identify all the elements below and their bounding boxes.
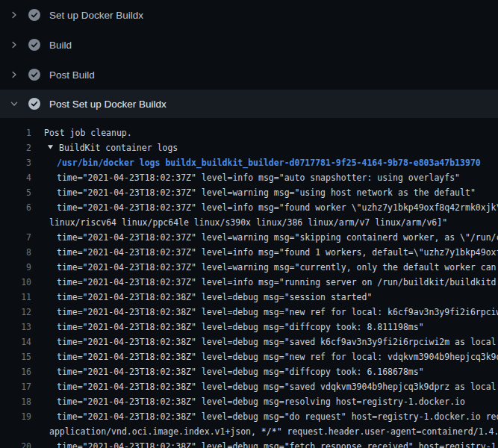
log-line: 20 time="2021-04-23T18:02:38Z" level=deb… xyxy=(0,439,498,448)
log-line-text: time="2021-04-23T18:02:37Z" level=info m… xyxy=(57,247,498,258)
log-line-text: time="2021-04-23T18:02:38Z" level=debug … xyxy=(57,352,498,362)
log-line: linux/riscv64 linux/ppc64le linux/s390x … xyxy=(0,215,498,230)
step-title: Post Build xyxy=(49,69,95,81)
chevron-right-icon xyxy=(9,69,19,80)
step-title: Set up Docker Buildx xyxy=(49,10,143,21)
log-line: 6 time="2021-04-23T18:02:37Z" level=info… xyxy=(0,200,498,215)
log-line-number[interactable]: 17 xyxy=(0,382,31,392)
log-line-text: time="2021-04-23T18:02:37Z" level=warnin… xyxy=(57,232,498,243)
log-line-text: time="2021-04-23T18:02:38Z" level=debug … xyxy=(57,322,424,332)
step-section-header[interactable]: Post Set up Docker Buildx xyxy=(0,90,498,118)
step-section-header[interactable]: Set up Docker Buildx xyxy=(0,0,498,30)
log-line-number[interactable]: 4 xyxy=(0,172,31,183)
log-line-text: time="2021-04-23T18:02:38Z" level=debug … xyxy=(57,411,498,422)
log-line: 19 time="2021-04-23T18:02:38Z" level=deb… xyxy=(0,409,498,424)
log-line-number[interactable]: 10 xyxy=(0,277,31,287)
chevron-right-icon xyxy=(9,40,19,50)
log-line-number[interactable]: 3 xyxy=(0,158,31,168)
log-line-number[interactable]: 20 xyxy=(0,441,31,448)
log-line-text: BuildKit container logs xyxy=(47,143,178,153)
log-line-number[interactable]: 7 xyxy=(0,232,31,243)
log-line: 17 time="2021-04-23T18:02:38Z" level=deb… xyxy=(0,379,498,394)
log-line: 10 time="2021-04-23T18:02:37Z" level=inf… xyxy=(0,275,498,290)
chevron-down-icon xyxy=(9,99,19,109)
chevron-right-icon xyxy=(9,10,19,20)
step-title: Post Set up Docker Buildx xyxy=(49,99,166,110)
log-line-number[interactable]: 18 xyxy=(0,396,31,407)
log-line-number[interactable]: 16 xyxy=(0,367,31,377)
log-line: 18 time="2021-04-23T18:02:38Z" level=deb… xyxy=(0,394,498,409)
log-line-number[interactable]: 15 xyxy=(0,352,31,362)
log-line-text: time="2021-04-23T18:02:38Z" level=debug … xyxy=(57,396,465,407)
log-line: 13 time="2021-04-23T18:02:38Z" level=deb… xyxy=(0,320,498,335)
log-viewer: 1 Post job cleanup. 2 BuildKit container… xyxy=(0,118,498,448)
steps-list: Set up Docker Buildx Build Post Build Po… xyxy=(0,0,498,118)
log-line-number[interactable]: 2 xyxy=(0,143,31,153)
log-line-number[interactable]: 1 xyxy=(0,128,31,138)
log-line: 16 time="2021-04-23T18:02:38Z" level=deb… xyxy=(0,364,498,379)
log-command-text: /usr/bin/docker logs buildx_buildkit_bui… xyxy=(57,158,481,168)
check-circle-icon xyxy=(28,39,40,51)
log-line-text: time="2021-04-23T18:02:37Z" level=warnin… xyxy=(57,262,498,273)
log-line-text: application/vnd.oci.image.index.v1+json,… xyxy=(49,426,498,437)
group-collapse-triangle-icon[interactable] xyxy=(47,143,54,153)
log-line-text: time="2021-04-23T18:02:37Z" level=info m… xyxy=(57,277,498,287)
log-line-number[interactable]: 13 xyxy=(0,322,31,332)
log-line-text: linux/riscv64 linux/ppc64le linux/s390x … xyxy=(49,217,447,228)
log-line-number[interactable]: 12 xyxy=(0,307,31,317)
log-line: 14 time="2021-04-23T18:02:38Z" level=deb… xyxy=(0,335,498,349)
log-line: 9 time="2021-04-23T18:02:37Z" level=warn… xyxy=(0,260,498,275)
log-line: 1 Post job cleanup. xyxy=(0,125,498,140)
log-line-text: time="2021-04-23T18:02:38Z" level=debug … xyxy=(57,337,498,347)
log-line-text: time="2021-04-23T18:02:37Z" level=info m… xyxy=(57,202,498,213)
log-line-text: time="2021-04-23T18:02:37Z" level=warnin… xyxy=(57,187,476,198)
log-line: 15 time="2021-04-23T18:02:38Z" level=deb… xyxy=(0,349,498,364)
log-line-number[interactable]: 5 xyxy=(0,187,31,198)
log-line-text: time="2021-04-23T18:02:38Z" level=debug … xyxy=(57,307,498,317)
log-line-number[interactable]: 11 xyxy=(0,292,31,302)
log-line: 4 time="2021-04-23T18:02:37Z" level=info… xyxy=(0,170,498,185)
log-line-text: time="2021-04-23T18:02:38Z" level=debug … xyxy=(57,292,372,302)
step-section-header[interactable]: Build xyxy=(0,30,498,60)
check-circle-icon xyxy=(28,69,40,81)
log-line-number[interactable]: 8 xyxy=(0,247,31,258)
log-line: application/vnd.oci.image.index.v1+json,… xyxy=(0,424,498,439)
log-line-number[interactable]: 19 xyxy=(0,411,31,422)
log-line-text: time="2021-04-23T18:02:37Z" level=info m… xyxy=(57,172,460,183)
log-line-number[interactable]: 14 xyxy=(0,337,31,347)
check-circle-icon xyxy=(28,98,40,110)
log-line: 7 time="2021-04-23T18:02:37Z" level=warn… xyxy=(0,230,498,245)
log-line: 11 time="2021-04-23T18:02:38Z" level=deb… xyxy=(0,290,498,305)
log-line-text: time="2021-04-23T18:02:38Z" level=debug … xyxy=(57,367,424,377)
log-line-text: time="2021-04-23T18:02:38Z" level=debug … xyxy=(57,441,498,448)
log-line-number[interactable]: 6 xyxy=(0,202,31,213)
check-circle-icon xyxy=(28,9,40,21)
step-section-header[interactable]: Post Build xyxy=(0,60,498,90)
log-group-toggle[interactable]: 2 BuildKit container logs xyxy=(0,140,498,155)
log-line-text: Post job cleanup. xyxy=(44,128,132,138)
log-line: 3 /usr/bin/docker logs buildx_buildkit_b… xyxy=(0,155,498,170)
log-line-number[interactable]: 9 xyxy=(0,262,31,273)
log-line: 12 time="2021-04-23T18:02:38Z" level=deb… xyxy=(0,305,498,320)
log-line: 5 time="2021-04-23T18:02:37Z" level=warn… xyxy=(0,185,498,200)
log-line-text: time="2021-04-23T18:02:38Z" level=debug … xyxy=(57,382,498,392)
step-title: Build xyxy=(49,40,72,51)
log-line: 8 time="2021-04-23T18:02:37Z" level=info… xyxy=(0,245,498,260)
